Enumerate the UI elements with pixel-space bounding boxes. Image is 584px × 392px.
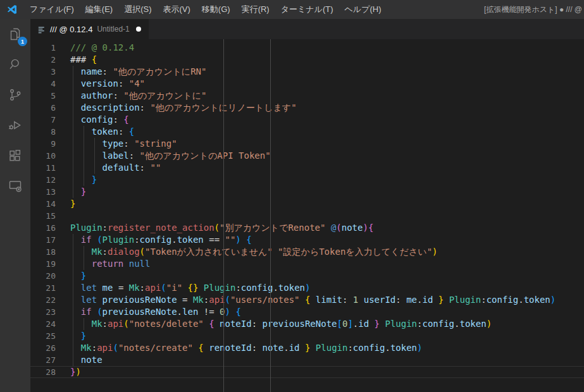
code-line[interactable]: 2### {: [30, 54, 584, 66]
line-number[interactable]: 3: [30, 66, 70, 78]
code-text: name: "他のアカウントにRN": [70, 66, 584, 78]
code-line[interactable]: 17 if (Plugin:config.token == "") {: [30, 234, 584, 246]
line-number[interactable]: 17: [30, 234, 70, 246]
code-text: if (Plugin:config.token == "") {: [70, 234, 584, 246]
vscode-logo-icon: [6, 4, 18, 15]
line-number[interactable]: 6: [30, 102, 70, 114]
code-line[interactable]: 28}): [30, 366, 584, 378]
code-line[interactable]: 7 config: {: [30, 114, 584, 126]
code-text: Mk:dialog("Tokenが入力されていません" "設定からTokenを入…: [70, 246, 584, 258]
remote-explorer-icon[interactable]: [0, 171, 30, 201]
code-text: return null: [70, 258, 584, 270]
line-number[interactable]: 16: [30, 222, 70, 234]
line-number[interactable]: 14: [30, 198, 70, 210]
menu-item[interactable]: 表示(V): [158, 0, 196, 19]
menu-item[interactable]: ターミナル(T): [275, 0, 339, 19]
indent-guide: [73, 354, 73, 366]
line-number[interactable]: 19: [30, 258, 70, 270]
indent-guide: [73, 282, 73, 294]
line-number[interactable]: 25: [30, 330, 70, 342]
code-line[interactable]: 23 if (previousReNote.len != 0) {: [30, 306, 584, 318]
code-text: note: [70, 354, 584, 366]
code-text: }: [70, 174, 584, 186]
menu-item[interactable]: 移動(G): [196, 0, 236, 19]
extensions-icon[interactable]: [0, 140, 30, 171]
code-line[interactable]: 24 Mk:api("notes/delete" { noteId: previ…: [30, 318, 584, 330]
code-line[interactable]: 25 }: [30, 330, 584, 342]
code-line[interactable]: 22 let previousReNote = Mk:api("users/no…: [30, 294, 584, 306]
menu-bar: ファイル(F)編集(E)選択(S)表示(V)移動(G)実行(R)ターミナル(T)…: [24, 0, 387, 19]
indent-guide: [84, 126, 84, 138]
line-number[interactable]: 9: [30, 138, 70, 150]
code-line[interactable]: 21 let me = Mk:api("i" {} Plugin:config.…: [30, 282, 584, 294]
indent-guide: [73, 138, 73, 150]
indent-guide: [84, 150, 84, 162]
explorer-icon[interactable]: 1: [0, 19, 30, 49]
code-line[interactable]: 19 return null: [30, 258, 584, 270]
line-number[interactable]: 18: [30, 246, 70, 258]
indent-guide: [73, 66, 73, 78]
menu-item[interactable]: 実行(R): [236, 0, 275, 19]
code-line[interactable]: 27 note: [30, 354, 584, 366]
line-number[interactable]: 24: [30, 318, 70, 330]
line-number[interactable]: 22: [30, 294, 70, 306]
line-number[interactable]: 2: [30, 54, 70, 66]
menu-item[interactable]: 選択(S): [118, 0, 157, 19]
indent-guide: [73, 114, 73, 126]
editor-ruler: [223, 39, 224, 392]
code-text: default: "": [70, 162, 584, 174]
line-number[interactable]: 21: [30, 282, 70, 294]
search-icon[interactable]: [0, 49, 30, 80]
code-line[interactable]: 10 label: "他のアカウントのAPI Token": [30, 150, 584, 162]
code-line[interactable]: 16Plugin:register_note_action("別アカウントでRe…: [30, 222, 584, 234]
code-line[interactable]: 18 Mk:dialog("Tokenが入力されていません" "設定からToke…: [30, 246, 584, 258]
line-number[interactable]: 13: [30, 186, 70, 198]
code-text: }: [70, 186, 584, 198]
menu-item[interactable]: ヘルプ(H): [339, 0, 387, 19]
tab-modified-indicator[interactable]: [136, 27, 141, 32]
code-line[interactable]: 20 }: [30, 270, 584, 282]
code-line[interactable]: 3 name: "他のアカウントにRN": [30, 66, 584, 78]
line-number[interactable]: 20: [30, 270, 70, 282]
line-number[interactable]: 26: [30, 342, 70, 354]
run-debug-icon[interactable]: [0, 110, 30, 140]
tab-untitled-1[interactable]: /// @ 0.12.4 Untitled-1: [30, 19, 149, 39]
code-line[interactable]: 6 description: "他のアカウントにリノートします": [30, 102, 584, 114]
menu-item[interactable]: 編集(E): [80, 0, 118, 19]
source-control-icon[interactable]: [0, 80, 30, 110]
code-line[interactable]: 8 token: {: [30, 126, 584, 138]
line-number[interactable]: 5: [30, 90, 70, 102]
line-number[interactable]: 23: [30, 306, 70, 318]
line-number[interactable]: 4: [30, 78, 70, 90]
code-text: ### {: [70, 54, 584, 66]
code-text: description: "他のアカウントにリノートします": [70, 102, 584, 114]
menu-item[interactable]: ファイル(F): [24, 0, 80, 19]
code-line[interactable]: 13 }: [30, 186, 584, 198]
line-number[interactable]: 7: [30, 114, 70, 126]
code-line[interactable]: 4 version: "4": [30, 78, 584, 90]
code-text: author: "他のアカウントに": [70, 90, 584, 102]
line-number[interactable]: 28: [30, 366, 70, 378]
code-lines: 1/// @ 0.12.42### {3 name: "他のアカウントにRN"4…: [30, 42, 584, 378]
editor[interactable]: 1/// @ 0.12.42### {3 name: "他のアカウントにRN"4…: [30, 39, 584, 392]
code-line[interactable]: 14}: [30, 198, 584, 210]
tab-label: /// @ 0.12.4: [50, 25, 92, 34]
code-line[interactable]: 5 author: "他のアカウントに": [30, 90, 584, 102]
line-number[interactable]: 12: [30, 174, 70, 186]
code-line[interactable]: 12 }: [30, 174, 584, 186]
line-number[interactable]: 15: [30, 210, 70, 222]
activity-badge: 1: [18, 37, 27, 46]
line-number[interactable]: 11: [30, 162, 70, 174]
code-line[interactable]: 11 default: "": [30, 162, 584, 174]
indent-guide: [73, 150, 73, 162]
indent-guide: [73, 294, 73, 306]
code-line[interactable]: 1/// @ 0.12.4: [30, 42, 584, 54]
code-line[interactable]: 15: [30, 210, 584, 222]
code-line[interactable]: 26 Mk:api("notes/create" { renoteId: not…: [30, 342, 584, 354]
line-number[interactable]: 27: [30, 354, 70, 366]
line-number[interactable]: 8: [30, 126, 70, 138]
line-number[interactable]: 10: [30, 150, 70, 162]
title-bar: ファイル(F)編集(E)選択(S)表示(V)移動(G)実行(R)ターミナル(T)…: [0, 0, 584, 19]
code-line[interactable]: 9 type: "string": [30, 138, 584, 150]
line-number[interactable]: 1: [30, 42, 70, 54]
